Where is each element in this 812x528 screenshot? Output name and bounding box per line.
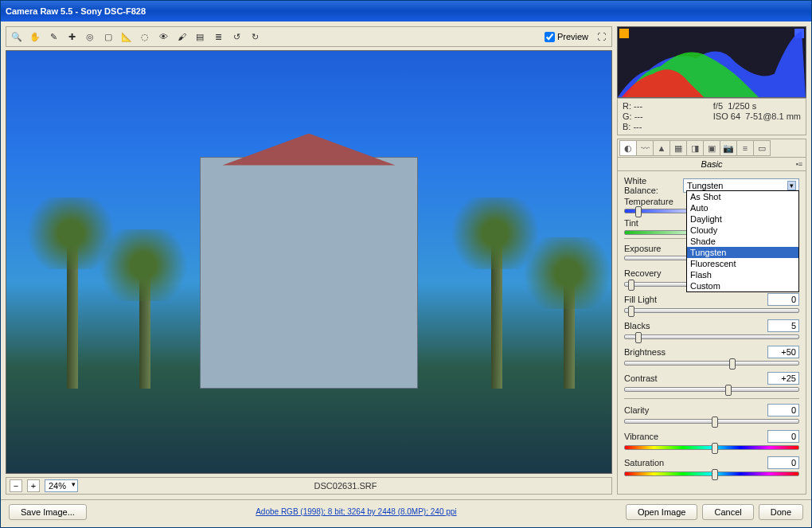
workflow-link[interactable]: Adobe RGB (1998); 8 bit; 3264 by 2448 (8…: [92, 507, 621, 516]
status-bar: − + 24% DSC02631.SRF: [6, 477, 612, 495]
vibrance-label: Vibrance: [624, 432, 658, 441]
rotate-ccw-icon[interactable]: ↺: [228, 28, 245, 45]
grad-filter-icon[interactable]: ▤: [191, 28, 209, 45]
slider-thumb[interactable]: [712, 417, 718, 428]
cancel-button[interactable]: Cancel: [702, 504, 753, 520]
target-adjust-icon[interactable]: ◎: [81, 28, 99, 45]
brightness-label: Brightness: [624, 347, 666, 357]
exif-info: R: ---G: ---B: --- f/5 1/250 s ISO 64 7-…: [617, 98, 806, 135]
wb-option[interactable]: As Shot: [687, 191, 798, 202]
histogram[interactable]: [617, 26, 806, 98]
slider-thumb[interactable]: [635, 206, 642, 217]
slider-thumb[interactable]: [729, 358, 736, 370]
saturation-slider[interactable]: [624, 471, 799, 476]
wb-option[interactable]: Fluorescent: [687, 258, 798, 269]
image-preview[interactable]: [6, 50, 612, 474]
tab-snapshots[interactable]: ▭: [753, 140, 771, 156]
main-toolbar: 🔍 ✋ ✎ ✚ ◎ ▢ 📐 ◌ 👁 🖌 ▤ ≣ ↺ ↻ Preview ⛶: [6, 26, 612, 47]
tab-basic[interactable]: ◐: [619, 140, 637, 156]
spot-removal-icon[interactable]: ◌: [136, 28, 154, 45]
panel-tabs: ◐ 〰 ▲ ▦ ◨ ▣ 📷 ≡ ▭: [617, 139, 806, 158]
straighten-tool-icon[interactable]: 📐: [118, 28, 135, 45]
done-button[interactable]: Done: [759, 504, 803, 520]
recovery-label: Recovery: [624, 268, 661, 278]
rotate-cw-icon[interactable]: ↻: [246, 28, 264, 45]
slider-thumb[interactable]: [712, 443, 718, 454]
wb-tool-icon[interactable]: ✎: [45, 28, 62, 45]
clarity-label: Clarity: [624, 405, 649, 415]
wb-option[interactable]: Custom: [687, 280, 798, 291]
contrast-label: Contrast: [624, 374, 658, 383]
contrast-value[interactable]: +25: [767, 372, 799, 385]
adjust-brush-icon[interactable]: 🖌: [173, 28, 190, 45]
tint-label: Tint: [624, 218, 680, 228]
prefs-icon[interactable]: ≣: [209, 28, 227, 45]
brightness-value[interactable]: +50: [767, 346, 799, 358]
exposure-label: Exposure: [624, 244, 661, 253]
slider-thumb[interactable]: [725, 385, 732, 396]
contrast-slider[interactable]: [624, 387, 799, 392]
wb-option[interactable]: Cloudy: [687, 225, 798, 236]
window-title: Camera Raw 5.5 - Sony DSC-F828: [6, 6, 146, 16]
slider-thumb[interactable]: [712, 469, 718, 480]
vibrance-value[interactable]: 0: [767, 430, 799, 443]
slider-thumb[interactable]: [628, 306, 634, 317]
crop-tool-icon[interactable]: ▢: [100, 28, 117, 45]
tab-detail[interactable]: ▲: [653, 140, 670, 156]
tab-camera[interactable]: 📷: [720, 140, 737, 156]
zoom-select[interactable]: 24%: [45, 479, 78, 492]
zoom-out-button[interactable]: −: [10, 479, 22, 492]
wb-option[interactable]: Tungsten: [687, 247, 798, 258]
saturation-value[interactable]: 0: [767, 456, 799, 469]
brightness-slider[interactable]: [624, 361, 799, 366]
wb-option[interactable]: Shade: [687, 236, 798, 247]
color-sampler-icon[interactable]: ✚: [63, 28, 80, 45]
tab-hsl[interactable]: ▦: [670, 140, 687, 156]
wb-option[interactable]: Daylight: [687, 213, 798, 225]
redeye-tool-icon[interactable]: 👁: [154, 28, 172, 45]
wb-option[interactable]: Auto: [687, 202, 798, 213]
preview-content: [200, 157, 418, 389]
blacks-value[interactable]: 5: [767, 319, 799, 332]
slider-thumb[interactable]: [635, 332, 642, 343]
basic-panel: White Balance: Tungsten As Shot Auto Day…: [617, 171, 806, 495]
saturation-label: Saturation: [624, 458, 664, 467]
preview-checkbox-input[interactable]: [545, 32, 555, 42]
blacks-label: Blacks: [624, 321, 650, 330]
fill-label: Fill Light: [624, 295, 657, 304]
fill-slider[interactable]: [624, 308, 799, 313]
titlebar: Camera Raw 5.5 - Sony DSC-F828: [1, 1, 811, 22]
hand-tool-icon[interactable]: ✋: [26, 28, 44, 45]
tab-presets[interactable]: ≡: [736, 140, 754, 156]
white-balance-label: White Balance:: [624, 176, 680, 195]
blacks-slider[interactable]: [624, 334, 799, 339]
slider-thumb[interactable]: [628, 280, 634, 291]
tab-lens[interactable]: ▣: [703, 140, 720, 156]
panel-title: Basic ▪≡: [617, 158, 806, 171]
tab-curve[interactable]: 〰: [636, 140, 654, 156]
tab-split[interactable]: ◨: [686, 140, 704, 156]
fullscreen-icon[interactable]: ⛶: [592, 28, 610, 45]
vibrance-slider[interactable]: [624, 445, 799, 450]
open-image-button[interactable]: Open Image: [626, 504, 698, 520]
panel-menu-icon[interactable]: ▪≡: [796, 160, 802, 168]
save-image-button[interactable]: Save Image...: [9, 504, 87, 520]
zoom-in-button[interactable]: +: [27, 479, 40, 492]
preview-checkbox[interactable]: Preview: [545, 32, 588, 42]
temperature-label: Temperature: [624, 197, 680, 206]
white-balance-dropdown[interactable]: As Shot Auto Daylight Cloudy Shade Tungs…: [686, 190, 799, 292]
filename-label: DSC02631.SRF: [83, 481, 608, 491]
wb-option[interactable]: Flash: [687, 269, 798, 280]
fill-value[interactable]: 0: [767, 293, 799, 306]
clarity-slider[interactable]: [624, 419, 799, 424]
zoom-tool-icon[interactable]: 🔍: [8, 28, 25, 45]
clarity-value[interactable]: 0: [767, 404, 799, 417]
footer-bar: Save Image... Adobe RGB (1998); 8 bit; 3…: [1, 499, 811, 523]
